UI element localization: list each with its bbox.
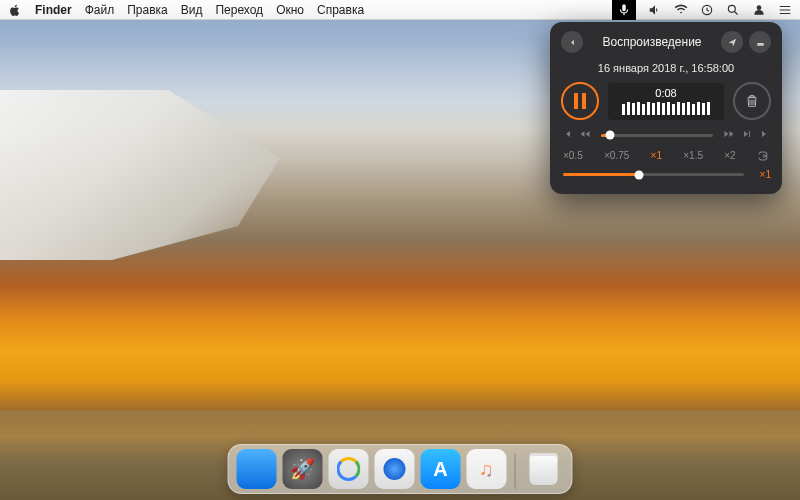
dock-launchpad[interactable]: 🚀 <box>283 449 323 489</box>
svg-point-2 <box>757 5 762 10</box>
back-button[interactable] <box>561 31 583 53</box>
timemachine-icon[interactable] <box>700 3 714 17</box>
skip-start-button[interactable] <box>561 128 573 142</box>
elapsed-time: 0:08 <box>614 87 718 99</box>
level-meter: 0:08 <box>608 83 724 120</box>
mic-status-icon[interactable] <box>612 0 636 20</box>
share-button[interactable] <box>721 31 743 53</box>
dock-safari[interactable] <box>375 449 415 489</box>
speed-reset-button[interactable]: ×1 <box>760 169 771 180</box>
rewind-button[interactable] <box>579 128 591 142</box>
dock-divider <box>515 453 516 489</box>
dock: 🚀 <box>228 444 573 494</box>
delete-button[interactable] <box>733 82 771 120</box>
menu-file[interactable]: Файл <box>85 3 115 17</box>
level-bars <box>614 102 718 115</box>
forward-button[interactable] <box>723 128 735 142</box>
progress-slider[interactable] <box>601 134 713 137</box>
menu-go[interactable]: Переход <box>215 3 263 17</box>
menu-window[interactable]: Окно <box>276 3 304 17</box>
playback-panel: Воспроизведение 16 января 2018 г., 16:58… <box>550 22 782 194</box>
speed-slider[interactable] <box>563 173 744 176</box>
menu-edit[interactable]: Правка <box>127 3 168 17</box>
panel-title: Воспроизведение <box>589 35 715 49</box>
speed-1[interactable]: ×1 <box>651 150 662 164</box>
dock-appstore[interactable] <box>421 449 461 489</box>
menu-view[interactable]: Вид <box>181 3 203 17</box>
menu-help[interactable]: Справка <box>317 3 364 17</box>
pause-button[interactable] <box>561 82 599 120</box>
recording-date: 16 января 2018 г., 16:58:00 <box>561 62 771 74</box>
dock-maps[interactable] <box>329 449 369 489</box>
speed-0.75[interactable]: ×0.75 <box>604 150 629 164</box>
svg-point-1 <box>728 5 735 12</box>
spotlight-icon[interactable] <box>726 3 740 17</box>
loop-icon[interactable] <box>757 150 769 164</box>
dock-itunes[interactable] <box>467 449 507 489</box>
user-icon[interactable] <box>752 3 766 17</box>
speed-labels: ×0.5 ×0.75 ×1 ×1.5 ×2 <box>561 150 771 164</box>
wifi-icon[interactable] <box>674 3 688 17</box>
app-name[interactable]: Finder <box>35 3 72 17</box>
dock-finder[interactable] <box>237 449 277 489</box>
dock-trash[interactable] <box>524 449 564 489</box>
menubar: Finder Файл Правка Вид Переход Окно Спра… <box>0 0 800 20</box>
play-adjacent-button[interactable] <box>741 128 753 142</box>
desktop-wallpaper: Finder Файл Правка Вид Переход Окно Спра… <box>0 0 800 500</box>
speed-1.5[interactable]: ×1.5 <box>683 150 703 164</box>
volume-icon[interactable] <box>648 3 662 17</box>
export-button[interactable] <box>749 31 771 53</box>
notifications-icon[interactable] <box>778 3 792 17</box>
apple-menu[interactable] <box>8 3 22 17</box>
speed-0.5[interactable]: ×0.5 <box>563 150 583 164</box>
speed-2[interactable]: ×2 <box>724 150 735 164</box>
skip-end-button[interactable] <box>759 128 771 142</box>
